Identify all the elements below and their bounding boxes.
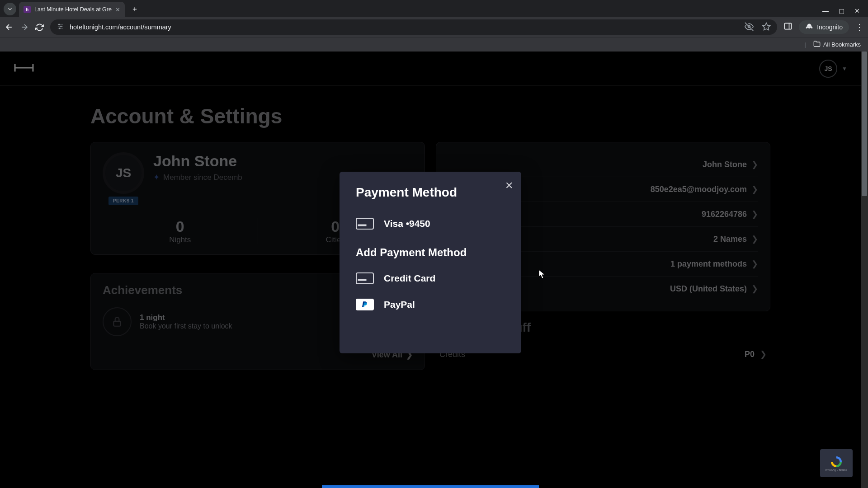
maximize-button[interactable]: ▢ bbox=[839, 7, 844, 14]
scrollbar-thumb[interactable] bbox=[862, 52, 867, 196]
add-paypal-option[interactable]: PayPal bbox=[356, 291, 505, 318]
svg-rect-13 bbox=[356, 273, 373, 284]
credit-card-icon bbox=[356, 272, 374, 284]
paypal-label: PayPal bbox=[384, 299, 415, 310]
all-bookmarks-link[interactable]: All Bookmarks bbox=[823, 41, 861, 48]
site-info-icon[interactable] bbox=[57, 23, 64, 32]
visa-label: Visa •9450 bbox=[384, 218, 430, 229]
browser-tab[interactable]: h Last Minute Hotel Deals at Gre ✕ bbox=[19, 2, 125, 17]
tab-favicon-icon: h bbox=[24, 6, 31, 13]
modal-title: Payment Method bbox=[356, 185, 505, 200]
payment-method-modal: ✕ Payment Method Visa •9450 Add Payment … bbox=[340, 172, 521, 353]
forward-button[interactable] bbox=[20, 23, 29, 32]
page-viewport: JS ▼ Account & Settings JS bbox=[0, 52, 868, 488]
paypal-icon bbox=[356, 299, 374, 310]
side-panel-icon[interactable] bbox=[783, 22, 793, 33]
credit-card-icon bbox=[356, 218, 374, 230]
browser-chrome: h Last Minute Hotel Deals at Gre ✕ ＋ — ▢… bbox=[0, 0, 868, 52]
back-button[interactable] bbox=[5, 23, 14, 32]
tab-close-button[interactable]: ✕ bbox=[115, 6, 120, 13]
tab-search-button[interactable] bbox=[4, 3, 16, 15]
svg-point-2 bbox=[59, 28, 60, 29]
eye-off-icon[interactable] bbox=[745, 22, 754, 33]
svg-rect-5 bbox=[785, 23, 792, 29]
svg-marker-4 bbox=[763, 23, 770, 30]
svg-point-1 bbox=[61, 26, 61, 27]
url-bar[interactable]: hoteltonight.com/account/summary bbox=[50, 19, 777, 35]
tab-bar: h Last Minute Hotel Deals at Gre ✕ ＋ — ▢… bbox=[0, 0, 868, 17]
credit-card-label: Credit Card bbox=[384, 273, 435, 284]
payment-method-visa[interactable]: Visa •9450 bbox=[356, 211, 505, 237]
incognito-icon bbox=[805, 23, 813, 31]
folder-icon bbox=[813, 40, 821, 49]
bookmarks-divider: | bbox=[805, 41, 806, 48]
vertical-scrollbar[interactable] bbox=[861, 52, 868, 488]
svg-point-0 bbox=[59, 24, 60, 25]
recaptcha-text: Privacy - Terms bbox=[826, 469, 847, 472]
browser-menu-icon[interactable]: ⋮ bbox=[855, 22, 863, 32]
svg-rect-14 bbox=[358, 279, 366, 281]
incognito-label: Incognito bbox=[817, 23, 843, 31]
minimize-button[interactable]: — bbox=[822, 7, 829, 14]
incognito-chip[interactable]: Incognito bbox=[799, 20, 849, 34]
window-controls: — ▢ ✕ bbox=[822, 7, 868, 14]
tab-title: Last Minute Hotel Deals at Gre bbox=[34, 6, 112, 13]
close-icon[interactable]: ✕ bbox=[505, 180, 513, 192]
svg-rect-12 bbox=[358, 225, 366, 226]
new-tab-button[interactable]: ＋ bbox=[128, 3, 141, 15]
nav-bar: hoteltonight.com/account/summary Incogni… bbox=[0, 17, 868, 37]
svg-rect-11 bbox=[356, 218, 373, 229]
bookmark-star-icon[interactable] bbox=[762, 22, 771, 33]
reload-button[interactable] bbox=[35, 23, 44, 32]
close-window-button[interactable]: ✕ bbox=[854, 7, 860, 14]
add-payment-method-title: Add Payment Method bbox=[356, 246, 505, 259]
recaptcha-badge[interactable]: Privacy - Terms bbox=[820, 449, 853, 477]
add-credit-card-option[interactable]: Credit Card bbox=[356, 265, 505, 291]
bookmarks-bar: | All Bookmarks bbox=[0, 37, 868, 52]
url-text: hoteltonight.com/account/summary bbox=[70, 23, 171, 31]
bottom-notification-strip bbox=[322, 485, 539, 488]
